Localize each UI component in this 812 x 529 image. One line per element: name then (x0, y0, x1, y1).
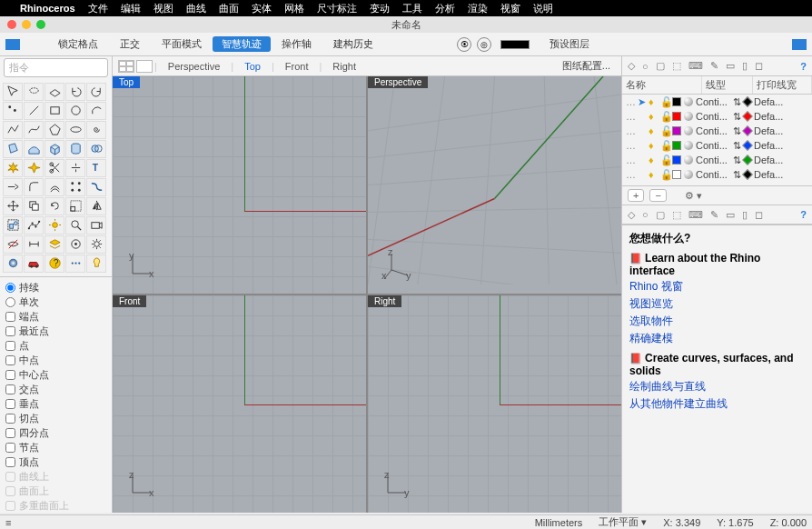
tab-top[interactable]: Top (233, 61, 272, 72)
col-linetype[interactable]: 线型 (702, 76, 753, 94)
layer-row[interactable]: …♦🔓Conti...⇅Defa... (622, 153, 812, 167)
help-link[interactable]: 视图巡览 (629, 296, 805, 312)
offset-tool[interactable] (45, 178, 64, 196)
tab-right[interactable]: Right (322, 61, 367, 72)
properties-icon[interactable]: ○ (642, 61, 649, 72)
tab-front[interactable]: Front (274, 61, 320, 72)
cplane2-icon[interactable] (792, 39, 807, 50)
pointer-tool[interactable] (3, 83, 23, 101)
gumball-toggle[interactable]: 操作轴 (271, 37, 322, 51)
point-tool[interactable] (3, 102, 23, 120)
scale-tool[interactable] (65, 197, 85, 215)
box-icon[interactable]: ▢ (656, 209, 665, 221)
help-link[interactable]: 绘制曲线与直线 (629, 379, 805, 394)
car-tool[interactable] (24, 255, 44, 273)
layer-row[interactable]: …➤♦🔓Conti...⇅Defa... (622, 95, 812, 109)
osnap-tan[interactable]: 切点 (5, 412, 106, 425)
zoom-icon[interactable] (36, 20, 45, 29)
color-swatch[interactable] (500, 40, 530, 49)
split-tool[interactable] (65, 159, 85, 177)
zoom-tool[interactable] (65, 216, 85, 235)
osnap-point[interactable]: 点 (5, 339, 106, 353)
menu-edit[interactable]: 编辑 (121, 2, 141, 15)
help-icon[interactable]: ? (800, 209, 807, 220)
smarttrack-toggle[interactable]: 智慧轨迹 (213, 36, 271, 52)
menu-file[interactable]: 文件 (88, 2, 108, 15)
camera-icon[interactable]: ⌨ (688, 209, 703, 221)
lasso-tool[interactable] (24, 83, 44, 101)
panel-icon[interactable]: ▯ (742, 60, 748, 72)
camera-tool[interactable] (86, 216, 106, 235)
layer-tool[interactable] (45, 235, 64, 254)
layout-config[interactable]: 图纸配置... (562, 59, 610, 73)
blend-crv-tool[interactable] (86, 178, 106, 196)
arc-tool[interactable] (86, 102, 106, 120)
viewport-perspective[interactable]: Perspective yxz (368, 76, 621, 294)
move-tool[interactable] (3, 197, 23, 215)
surface-corner-tool[interactable] (3, 140, 23, 158)
box-icon[interactable]: ▢ (656, 60, 665, 72)
help-link[interactable]: 选取物件 (629, 314, 805, 329)
dim-tool[interactable] (24, 235, 44, 254)
extend-tool[interactable] (3, 178, 23, 196)
osnap-near[interactable]: 最近点 (5, 324, 106, 338)
command-input[interactable]: 指令 (4, 58, 108, 77)
explode-tool[interactable] (3, 159, 23, 177)
sun-tool[interactable] (45, 216, 64, 235)
polyline-tool[interactable] (3, 121, 23, 139)
osnap-vertex[interactable]: 顶点 (5, 455, 106, 469)
copy-tool[interactable] (24, 197, 44, 215)
options-tool[interactable] (86, 235, 106, 254)
cylinder-tool[interactable] (65, 140, 85, 158)
menu-solid[interactable]: 实体 (252, 2, 272, 15)
menu-viewport[interactable]: 视窗 (500, 2, 520, 15)
cube-icon[interactable]: ⬚ (672, 209, 681, 221)
record-icon[interactable]: ⦿ (457, 37, 471, 52)
mirror-tool[interactable] (86, 197, 106, 215)
display-icon[interactable]: ▭ (726, 60, 735, 72)
help-tool[interactable]: ? (45, 255, 64, 273)
notes-icon[interactable]: ✎ (710, 209, 718, 221)
menu-tools[interactable]: 工具 (402, 2, 422, 15)
properties-icon[interactable]: ○ (642, 209, 649, 220)
viewport-label[interactable]: Right (368, 295, 401, 307)
col-printwidth[interactable]: 打印线宽 (753, 76, 812, 94)
surface-edge-tool[interactable] (24, 140, 44, 158)
help-link[interactable]: 精确建模 (629, 331, 805, 346)
panel-icon[interactable]: ▯ (742, 209, 748, 221)
spiral-tool[interactable] (86, 121, 106, 139)
polygon-tool[interactable] (45, 121, 64, 139)
add-layer-button[interactable]: + (628, 189, 644, 202)
osnap-quad[interactable]: 四分点 (5, 426, 106, 440)
osnap-continue[interactable]: 持续 (5, 281, 106, 294)
trim-tool[interactable] (45, 159, 64, 177)
viewport-label[interactable]: Top (113, 76, 140, 88)
circle-tool[interactable] (65, 102, 85, 120)
hide-tool[interactable] (3, 235, 23, 254)
box-tool[interactable] (45, 140, 64, 158)
cube-icon[interactable]: ⬚ (672, 60, 681, 72)
layer-row[interactable]: …♦🔓Conti...⇅Defa... (622, 124, 812, 138)
cplane-icon[interactable] (5, 39, 20, 50)
minimize-icon[interactable] (22, 20, 31, 29)
undo-tool[interactable] (65, 83, 85, 101)
osnap-single[interactable]: 单次 (5, 295, 106, 309)
osnap-cen[interactable]: 中心点 (5, 368, 106, 382)
show-points-tool[interactable] (24, 216, 44, 235)
viewport-label[interactable]: Perspective (368, 76, 428, 88)
ellipse-tool[interactable] (65, 121, 85, 139)
layers-icon[interactable]: ◇ (628, 60, 635, 72)
menu-analyze[interactable]: 分析 (435, 2, 455, 15)
more-tool[interactable] (65, 255, 85, 273)
properties-tool[interactable] (65, 235, 85, 254)
osnap-knot[interactable]: 节点 (5, 441, 106, 454)
planar-toggle[interactable]: 平面模式 (151, 37, 213, 51)
render-tool[interactable] (3, 255, 23, 273)
menu-surface[interactable]: 曲面 (219, 2, 239, 15)
help-link[interactable]: Rhino 视窗 (629, 279, 805, 294)
single-view-icon[interactable] (136, 60, 153, 73)
menu-dim[interactable]: 尺寸标注 (317, 2, 357, 15)
cplane-tool[interactable] (45, 83, 64, 101)
menu-render[interactable]: 渲染 (468, 2, 488, 15)
group-tool[interactable] (3, 216, 23, 235)
